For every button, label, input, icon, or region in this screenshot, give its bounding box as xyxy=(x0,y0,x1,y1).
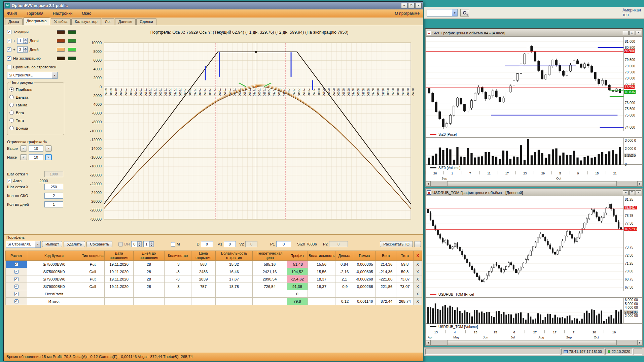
days2-spinner[interactable]: 2▲▼ xyxy=(17,46,28,53)
d-field[interactable]: 0 xyxy=(201,241,213,247)
tab-2[interactable]: Улыбка xyxy=(51,18,71,25)
tab-1[interactable]: Диаграмма xyxy=(23,18,50,25)
checkbox-plus2[interactable]: ✓ xyxy=(7,47,11,52)
below-increment-button[interactable]: > xyxy=(45,154,52,160)
spinner-b[interactable]: 1▲▼ xyxy=(143,241,154,247)
row-check-cell[interactable]: ✓ xyxy=(6,283,27,290)
menu-item-0[interactable]: Файл xyxy=(7,11,17,16)
p2-field[interactable]: 0 xyxy=(329,241,348,247)
checkbox-current[interactable]: ✓ xyxy=(7,30,11,34)
col-header-15[interactable]: X xyxy=(414,251,422,261)
above-value-field[interactable]: 10 xyxy=(29,145,43,152)
col-header-3[interactable]: Дата погашения xyxy=(105,251,134,261)
row-delete-button[interactable]: X xyxy=(414,268,422,275)
row-checkbox[interactable]: ✓ xyxy=(14,299,19,303)
spinner-a[interactable]: 0▲▼ xyxy=(131,241,142,247)
checkbox-expiration[interactable]: ✓ xyxy=(7,56,11,61)
sko-field[interactable]: 2 xyxy=(44,193,63,199)
tab-6[interactable]: Сделки xyxy=(136,18,156,25)
radio-option-1[interactable]: Дельта xyxy=(9,93,62,101)
siz0-scrollbar[interactable]: ◀ ▶ xyxy=(426,181,642,186)
radio-icon[interactable] xyxy=(9,103,14,107)
col-header-9[interactable]: Профит xyxy=(287,251,308,261)
maximize-icon[interactable]: □ xyxy=(408,3,415,8)
col-header-12[interactable]: Гамма xyxy=(353,251,375,261)
days1-spinner[interactable]: 1▲▼ xyxy=(17,38,28,44)
col-header-11[interactable]: Дельта xyxy=(335,251,353,261)
checkbox-dh[interactable]: ✓ xyxy=(118,242,123,246)
row-check-cell[interactable]: ✓ xyxy=(6,290,27,298)
row-checkbox[interactable]: ✓ xyxy=(14,262,19,266)
import-button[interactable]: Импорт xyxy=(42,241,62,247)
p1-field[interactable]: 0 xyxy=(276,241,291,247)
col-header-2[interactable]: Тип опциона xyxy=(81,251,105,261)
above-increment-button[interactable]: > xyxy=(45,145,52,152)
v1-field[interactable]: 0 xyxy=(224,241,236,247)
tab-5[interactable]: Данные xyxy=(115,18,136,25)
maximize-icon[interactable]: □ xyxy=(629,31,635,35)
radio-icon[interactable] xyxy=(9,110,14,115)
save-button[interactable]: Сохранить xyxy=(86,241,112,247)
usdrub-titlebar[interactable]: USDRUB_TOM График цены и объёма - [Дневн… xyxy=(426,189,642,196)
scroll-right-icon[interactable]: ▶ xyxy=(637,340,642,345)
row-check-cell[interactable]: ✓ xyxy=(6,298,27,305)
radio-icon[interactable] xyxy=(9,87,14,92)
radio-icon[interactable] xyxy=(9,95,14,99)
minimize-icon[interactable]: – xyxy=(623,190,629,195)
grid-x-field[interactable]: 250 xyxy=(44,184,63,190)
checkbox-compare-strategy[interactable]: ✓ xyxy=(7,65,11,69)
strategy-combobox[interactable]: Si СтренглXL ▼ xyxy=(7,72,58,79)
menu-item-3[interactable]: Окно xyxy=(82,11,92,16)
scroll-thumb[interactable] xyxy=(447,181,616,186)
portfolio-combobox[interactable]: Si СтренглXL ▼ xyxy=(6,241,41,248)
chevron-down-icon[interactable]: ▼ xyxy=(52,72,57,78)
tab-3[interactable]: Калькулятор xyxy=(71,18,101,25)
v2-field[interactable]: 0 xyxy=(245,241,257,247)
row-delete-button[interactable]: X xyxy=(414,261,422,268)
checkbox-auto[interactable]: ✓ xyxy=(7,179,11,183)
maximize-icon[interactable]: □ xyxy=(629,190,635,195)
col-header-7[interactable]: Волатильность открытия xyxy=(216,251,253,261)
minimize-icon[interactable]: – xyxy=(623,31,629,35)
checkbox-m[interactable]: ✓ xyxy=(171,242,175,246)
close-icon[interactable]: × xyxy=(636,190,641,195)
row-delete-button[interactable]: X xyxy=(414,298,422,305)
radio-icon[interactable] xyxy=(9,126,14,130)
below-value-field[interactable]: 10 xyxy=(29,154,43,160)
menu-item-1[interactable]: Торговля xyxy=(27,11,43,16)
siz0-titlebar[interactable]: SiZ0 График цены и объёма #4 - [4 часа] … xyxy=(426,29,642,37)
col-header-4[interactable]: Дней до погашения xyxy=(134,251,165,261)
radio-option-4[interactable]: Тета xyxy=(9,117,62,124)
row-delete-button[interactable]: X xyxy=(414,283,422,290)
row-checkbox[interactable]: ✓ xyxy=(14,277,19,281)
col-header-6[interactable]: Цена открытия xyxy=(191,251,216,261)
close-icon[interactable]: × xyxy=(636,31,641,35)
col-header-14[interactable]: Тета xyxy=(396,251,414,261)
radio-option-2[interactable]: Гамма xyxy=(9,101,62,109)
scroll-thumb[interactable] xyxy=(447,340,616,345)
scroll-left-icon[interactable]: ◀ xyxy=(426,340,431,345)
calc-margin-button[interactable]: Рассчитать ГО xyxy=(380,241,413,247)
grid-y-field[interactable]: 1000 xyxy=(44,171,63,177)
scroll-right-icon[interactable]: ▶ xyxy=(637,181,642,186)
close-icon[interactable]: × xyxy=(415,3,422,8)
above-decrement-button[interactable]: < xyxy=(20,145,27,152)
row-delete-button[interactable]: X xyxy=(414,290,422,298)
tab-4[interactable]: Лог xyxy=(102,18,114,25)
search-button[interactable] xyxy=(460,9,469,17)
below-decrement-button[interactable]: < xyxy=(20,154,27,160)
minimize-icon[interactable]: – xyxy=(401,3,407,8)
scroll-left-icon[interactable]: ◀ xyxy=(426,181,431,186)
col-header-8[interactable]: Теоретическая цена xyxy=(253,251,287,261)
row-checkbox[interactable]: ✓ xyxy=(14,285,19,289)
chevron-down-icon[interactable]: ▼ xyxy=(35,241,40,248)
quik-toolbar-combobox[interactable]: ▼ xyxy=(427,9,458,17)
row-check-cell[interactable]: ✓ xyxy=(6,268,27,275)
col-header-13[interactable]: Вега xyxy=(375,251,396,261)
row-checkbox[interactable]: ✓ xyxy=(14,292,19,296)
optionfvv-titlebar[interactable]: OptionFVV версия 2.1 public – □ × xyxy=(4,2,423,9)
row-checkbox[interactable]: ✓ xyxy=(14,270,19,274)
checkbox-plus1[interactable]: ✓ xyxy=(7,39,11,43)
days-count-field[interactable]: 1 xyxy=(44,201,63,207)
col-header-0[interactable]: Расчет xyxy=(6,251,27,261)
